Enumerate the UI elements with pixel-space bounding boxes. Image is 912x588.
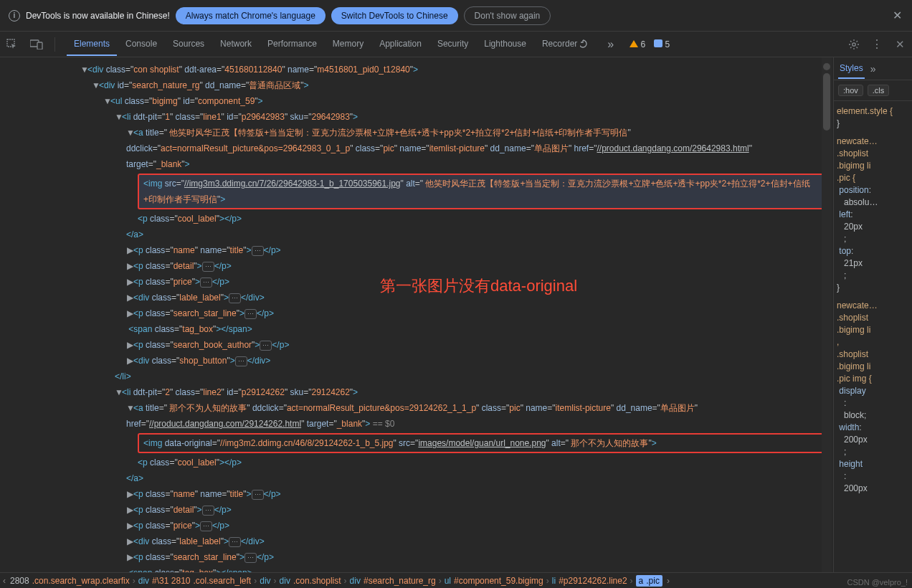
more-tabs-icon[interactable]: »: [607, 38, 614, 51]
info-icon: i: [9, 10, 20, 22]
styles-rules[interactable]: element.style { } newcate… .shoplist .bi…: [834, 101, 912, 499]
toolbar: Elements Console Sources Network Perform…: [0, 32, 912, 57]
tab-recorder[interactable]: Recorder: [535, 33, 596, 56]
svg-point-3: [852, 42, 855, 45]
tab-security[interactable]: Security: [430, 33, 475, 56]
device-icon[interactable]: [30, 38, 43, 51]
tab-elements[interactable]: Elements: [67, 33, 117, 56]
info-bar: i DevTools is now available in Chinese! …: [0, 0, 912, 32]
svg-rect-2: [37, 42, 42, 49]
menu-icon[interactable]: ⋮: [870, 38, 883, 51]
messages[interactable]: 5: [654, 39, 670, 49]
styles-more-icon[interactable]: »: [870, 63, 876, 75]
watermark: CSDN @velpro_!: [847, 578, 908, 587]
scrollbar-thumb[interactable]: [823, 73, 830, 131]
breadcrumb[interactable]: ‹ 2808.con.search_wrap.clearfix› div#\31…: [0, 572, 912, 588]
panel-tabs: Elements Console Sources Network Perform…: [67, 33, 596, 56]
issues-group: 6 5: [630, 39, 670, 49]
tab-lighthouse[interactable]: Lighthouse: [477, 33, 533, 56]
tab-network[interactable]: Network: [213, 33, 259, 56]
hov-toggle[interactable]: :hov: [838, 85, 863, 96]
scrollbar-track[interactable]: [822, 57, 832, 572]
warnings[interactable]: 6: [630, 39, 645, 49]
dont-show-button[interactable]: Don't show again: [464, 6, 551, 25]
dom-tree[interactable]: ▼<div class="con shoplist" ddt-area="451…: [0, 57, 833, 572]
highlight-box-2: <img data-original="//img3m2.ddimg.cn/46…: [138, 433, 827, 453]
close-devtools-icon[interactable]: ✕: [893, 38, 906, 51]
styles-tab[interactable]: Styles: [838, 59, 865, 79]
tab-console[interactable]: Console: [118, 33, 164, 56]
match-language-button[interactable]: Always match Chrome's language: [176, 7, 326, 24]
inspect-icon[interactable]: [6, 38, 19, 51]
scroll-up-icon[interactable]: [823, 63, 830, 70]
settings-icon[interactable]: [847, 38, 860, 51]
message-icon: [654, 39, 662, 47]
switch-language-button[interactable]: Switch DevTools to Chinese: [331, 7, 458, 24]
tab-memory[interactable]: Memory: [326, 33, 371, 56]
styles-sidebar: Styles » :hov .cls element.style { } new…: [833, 57, 912, 572]
annotation-text: 第一张图片没有data-original: [380, 278, 577, 294]
tab-sources[interactable]: Sources: [166, 33, 212, 56]
separator: [54, 37, 55, 52]
info-text: DevTools is now available in Chinese!: [26, 11, 170, 21]
tab-application[interactable]: Application: [372, 33, 429, 56]
tab-performance[interactable]: Performance: [260, 33, 324, 56]
highlight-box-1: <img src="//img3m3.ddimg.cn/7/26/2964298…: [138, 174, 827, 209]
close-icon[interactable]: ✕: [893, 9, 902, 22]
warning-icon: [630, 40, 638, 47]
cls-toggle[interactable]: .cls: [868, 85, 890, 96]
